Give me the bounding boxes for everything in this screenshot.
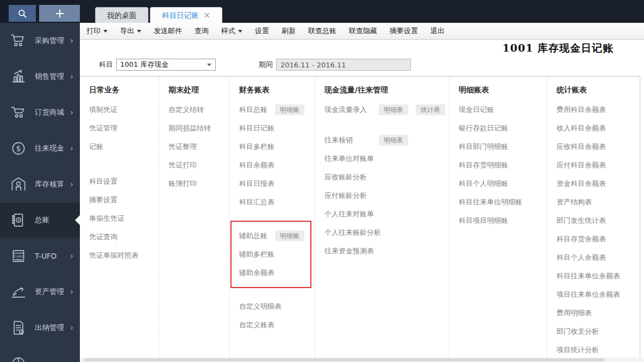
- badge[interactable]: 统计表: [416, 104, 445, 115]
- menu-item[interactable]: 个人往来账龄分析: [324, 223, 449, 242]
- menu-item[interactable]: 部门收支分析: [557, 322, 640, 341]
- toolbar-button-label: 联查隐藏: [349, 26, 377, 36]
- menu-item[interactable]: 记账: [89, 138, 159, 156]
- menu-item[interactable]: 往来核销明细表: [324, 131, 449, 149]
- menu-item[interactable]: 单据生凭证: [89, 209, 159, 228]
- menu-item[interactable]: 现金流量录入明细表统计表: [324, 101, 449, 119]
- menu-column-header: 财务账表: [239, 77, 315, 101]
- menu-item[interactable]: 科目存货明细账: [459, 156, 547, 174]
- sidebar-item-purchase[interactable]: 采购管理›: [0, 23, 80, 59]
- menu-item[interactable]: 摘要设置: [89, 191, 159, 209]
- add-button[interactable]: [39, 5, 80, 22]
- toolbar-button-3[interactable]: 查询: [195, 26, 209, 36]
- menu-item[interactable]: 应收账龄分析: [324, 168, 449, 186]
- menu-item[interactable]: 个人往来对账单: [324, 205, 449, 223]
- toolbar-button-5[interactable]: 设置: [255, 26, 269, 36]
- menu-item[interactable]: 费用科目余额表: [557, 101, 640, 119]
- menu-item[interactable]: 往来资金预测表: [324, 242, 449, 260]
- sidebar-item-general-ledger[interactable]: ¥总账: [0, 202, 80, 238]
- menu-item[interactable]: 凭证管理: [89, 119, 159, 138]
- menu-item[interactable]: 科目日报表: [239, 174, 315, 193]
- toolbar-button-0[interactable]: 打印: [86, 26, 108, 36]
- menu-item[interactable]: 科目余额表: [239, 156, 315, 174]
- sidebar-item-label: 总账: [35, 215, 49, 225]
- menu-item[interactable]: 科目项目明细账: [459, 211, 547, 230]
- menu-item[interactable]: 科目设置: [89, 172, 159, 191]
- menu-item[interactable]: 科目往来单位余额表: [557, 267, 640, 285]
- menu-item[interactable]: 项目统计分析: [557, 341, 640, 358]
- menu-item[interactable]: 科目个人明细账: [459, 174, 547, 193]
- menu-item[interactable]: 自定义明细表: [239, 297, 315, 316]
- menu-item-label: 应收科目余额表: [557, 142, 606, 152]
- menu-item[interactable]: 自定义结转: [168, 101, 229, 119]
- menu-item[interactable]: 费用明细表: [557, 304, 640, 322]
- menu-item-label: 科目总账: [239, 105, 267, 115]
- period-input[interactable]: 2016.11 - 2016.11: [276, 59, 411, 71]
- badge[interactable]: 明细账: [275, 230, 304, 241]
- sidebar-item-t-ufo[interactable]: T-UFOT-UFO›: [0, 238, 80, 274]
- menu-item[interactable]: 资金科目余额表: [557, 174, 640, 193]
- sidebar-item-order-mall[interactable]: 订货商城›: [0, 95, 80, 130]
- toolbar-button-1[interactable]: 导出: [120, 26, 141, 36]
- tab-desktop[interactable]: 我的桌面: [95, 7, 148, 23]
- toolbar-button-10[interactable]: 退出: [430, 26, 445, 36]
- menu-item[interactable]: 科目个人余额表: [557, 248, 640, 267]
- toolbar-button-7[interactable]: 联查总账: [308, 26, 336, 36]
- menu-item[interactable]: 账簿打印: [168, 174, 229, 193]
- sidebar-item-assets[interactable]: 资产管理›: [0, 274, 80, 310]
- menu-item[interactable]: 期间损益结转: [168, 119, 229, 138]
- menu-item[interactable]: 应付账龄分析: [324, 186, 449, 205]
- menu-item[interactable]: 辅助余额表: [239, 264, 310, 282]
- toolbar-button-4[interactable]: 样式: [221, 26, 242, 36]
- menu-item[interactable]: 科目往来单位明细账: [459, 193, 547, 211]
- menu-item[interactable]: 辅助总账明细账: [239, 227, 310, 245]
- menu-item[interactable]: 科目存货余额表: [557, 230, 640, 248]
- sidebar-item-inventory[interactable]: 库存核算›: [0, 166, 80, 202]
- menu-item-label: 费用科目余额表: [557, 105, 606, 115]
- menu-item[interactable]: 辅助多栏账: [239, 245, 310, 264]
- menu-item[interactable]: 凭证打印: [168, 156, 229, 174]
- menu-item-label: 科目存货明细账: [459, 160, 508, 170]
- menu-item-label: 现金流量录入: [324, 105, 371, 115]
- close-icon[interactable]: ×: [204, 11, 211, 20]
- badge[interactable]: 明细表: [379, 104, 408, 115]
- sidebar-menu: 采购管理›销售管理›订货商城›$往来现金›库存核算›¥总账T-UFOT-UFO›…: [0, 23, 80, 362]
- toolbar-button-6[interactable]: 刷新: [282, 26, 296, 36]
- toolbar-button-9[interactable]: 摘要设置: [390, 26, 418, 36]
- sidebar-item-cashier[interactable]: $出纳管理›: [0, 310, 80, 346]
- menu-item[interactable]: 科目部门明细账: [459, 138, 547, 156]
- menu-item[interactable]: 应付科目余额表: [557, 156, 640, 174]
- tab-subject-journal[interactable]: 科目日记账×: [150, 7, 222, 23]
- horizontal-scrollbar[interactable]: [80, 358, 644, 362]
- sidebar-item-more[interactable]: [0, 346, 80, 362]
- menu-item[interactable]: 项目往来单位余额表: [557, 285, 640, 304]
- menu-item[interactable]: 填制凭证: [89, 101, 159, 119]
- badge[interactable]: 明细表: [379, 135, 408, 146]
- menu-item[interactable]: 凭证单据对照表: [89, 246, 159, 265]
- chevron-down-icon: [103, 30, 108, 35]
- scrollbar-thumb[interactable]: [84, 358, 605, 361]
- toolbar-button-8[interactable]: 联查隐藏: [349, 26, 377, 36]
- menu-item[interactable]: 科目多栏账: [239, 138, 315, 156]
- search-button[interactable]: [9, 5, 36, 22]
- menu-item[interactable]: 现金日记账: [459, 101, 547, 119]
- subject-select[interactable]: 1001 库存现金: [116, 59, 216, 71]
- menu-item-label: 现金日记账: [459, 105, 494, 115]
- menu-item[interactable]: 应收科目余额表: [557, 138, 640, 156]
- sidebar-item-current-cash[interactable]: $往来现金›: [0, 130, 80, 166]
- menu-item[interactable]: 收入科目余额表: [557, 119, 640, 138]
- menu-item[interactable]: 部门发生统计表: [557, 211, 640, 230]
- menu-item[interactable]: 科目日记账: [239, 119, 315, 138]
- menu-item[interactable]: 往来单位对账单: [324, 149, 449, 168]
- toolbar-button-2[interactable]: 发送邮件: [154, 26, 182, 36]
- sidebar-item-sales[interactable]: 销售管理›: [0, 59, 80, 95]
- menu-item[interactable]: 科目总账明细账: [239, 101, 315, 119]
- menu-item[interactable]: 凭证查询: [89, 228, 159, 246]
- badge[interactable]: 明细账: [275, 104, 304, 115]
- menu-item[interactable]: 科目汇总表: [239, 193, 315, 211]
- menu-item[interactable]: 银行存款日记账: [459, 119, 547, 138]
- menu-item[interactable]: 凭证整理: [168, 138, 229, 156]
- menu-item[interactable]: 自定义账表: [239, 316, 315, 334]
- menu-item[interactable]: 资产结构表: [557, 193, 640, 211]
- svg-text:$: $: [20, 330, 22, 334]
